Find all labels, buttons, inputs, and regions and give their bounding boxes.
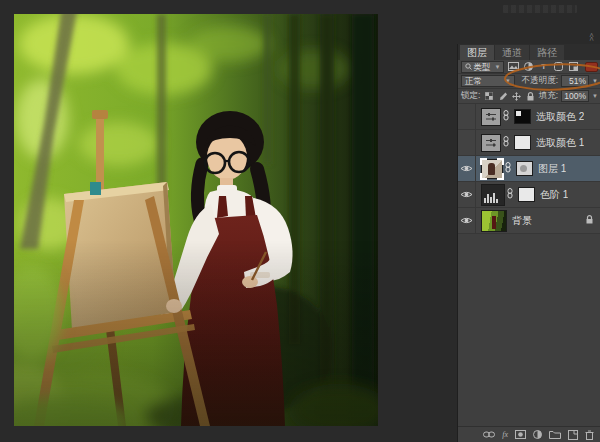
layer-name: 色阶 1: [540, 188, 568, 202]
layer-mask-thumbnail[interactable]: [514, 109, 531, 124]
visibility-toggle-eye-icon[interactable]: [458, 208, 476, 233]
layer-name: 选取颜色 1: [536, 136, 584, 150]
blend-mode-dropdown[interactable]: 正常 ▼: [461, 75, 515, 87]
document-canvas-photo[interactable]: [14, 14, 378, 426]
visibility-toggle-empty[interactable]: [458, 130, 476, 155]
layer-mask-thumbnail[interactable]: [514, 135, 531, 150]
lock-label: 锁定:: [461, 90, 480, 102]
shape-filter-icon[interactable]: [553, 61, 565, 72]
tab-paths[interactable]: 路径: [530, 45, 564, 60]
mask-link-icon[interactable]: [503, 110, 509, 123]
filter-toggle-switch[interactable]: [585, 62, 598, 72]
add-layer-mask-icon[interactable]: [515, 430, 526, 439]
opacity-label: 不透明度:: [522, 75, 558, 87]
lock-fill-row: 锁定: 填充: 100% ▼: [458, 89, 600, 104]
layers-panel: 图层 通道 路径 类型 ▼ T: [457, 44, 600, 442]
layer-list: 选取颜色 2 选取颜色 1: [458, 104, 600, 426]
filter-kind-label: 类型: [473, 62, 490, 72]
panel-collapse-chevrons-icon[interactable]: >>: [587, 34, 596, 41]
blend-mode-value: 正常: [465, 76, 482, 86]
fill-value-field[interactable]: 100%: [561, 90, 589, 102]
layer-lock-icon: [586, 215, 593, 226]
blend-opacity-row: 正常 ▼ 不透明度: 51% ▼: [458, 74, 600, 89]
adjustment-filter-icon[interactable]: [522, 61, 534, 72]
search-icon: [465, 63, 472, 70]
link-layers-icon[interactable]: [483, 431, 495, 438]
smart-object-filter-icon[interactable]: [568, 61, 580, 72]
lock-image-pixels-icon[interactable]: [497, 91, 508, 101]
thumbnail-figure: [488, 163, 495, 175]
layer-row-selective-color-2[interactable]: 选取颜色 2: [458, 104, 600, 130]
delete-layer-icon[interactable]: [585, 430, 594, 440]
layer-name: 背景: [512, 214, 532, 228]
lock-position-icon[interactable]: [511, 91, 522, 101]
new-group-icon[interactable]: [549, 430, 561, 439]
watermark-smudge: [503, 5, 577, 13]
tab-layers[interactable]: 图层: [460, 45, 494, 60]
mask-link-icon[interactable]: [503, 136, 509, 149]
layer-filter-row: 类型 ▼ T: [458, 60, 600, 74]
layer-mask-thumbnail[interactable]: [516, 161, 533, 176]
fill-label: 填充:: [539, 90, 558, 102]
chevron-down-icon: ▼: [505, 76, 511, 86]
mask-link-icon[interactable]: [505, 162, 511, 175]
layer-name: 图层 1: [538, 162, 566, 176]
fill-stepper-icon[interactable]: ▼: [592, 93, 598, 99]
mask-link-icon[interactable]: [507, 188, 513, 201]
tab-channels[interactable]: 通道: [495, 45, 529, 60]
layer-row-layer-1[interactable]: 图层 1: [458, 156, 600, 182]
panel-tab-bar: 图层 通道 路径: [458, 44, 600, 60]
photoshop-window: { "photo": { "description": "Girl with b…: [0, 0, 600, 442]
layer-row-levels-1[interactable]: 色阶 1: [458, 182, 600, 208]
type-filter-icon[interactable]: T: [538, 61, 550, 72]
opacity-value-field[interactable]: 51%: [561, 75, 589, 87]
layer-style-fx-icon[interactable]: fx: [502, 430, 508, 439]
opacity-stepper-icon[interactable]: ▼: [592, 78, 598, 84]
new-adjustment-layer-icon[interactable]: [533, 430, 542, 439]
layer-row-selective-color-1[interactable]: 选取颜色 1: [458, 130, 600, 156]
pixel-filter-icon[interactable]: [507, 61, 519, 72]
layer-name: 选取颜色 2: [536, 110, 584, 124]
visibility-toggle-empty[interactable]: [458, 104, 476, 129]
new-layer-icon[interactable]: [568, 430, 578, 440]
layer-mask-thumbnail[interactable]: [518, 187, 535, 202]
layers-panel-bottom-bar: fx: [458, 426, 600, 442]
levels-adjustment-thumbnail[interactable]: [481, 184, 505, 206]
lock-transparent-pixels-icon[interactable]: [483, 91, 494, 101]
visibility-toggle-eye-icon[interactable]: [458, 182, 476, 207]
forest-painting-photo: [14, 14, 378, 426]
adjustment-layer-thumbnail[interactable]: [481, 108, 501, 126]
layer-row-background[interactable]: 背景: [458, 208, 600, 234]
layer-thumbnail-selected[interactable]: [481, 159, 503, 179]
lock-all-icon[interactable]: [525, 91, 536, 101]
filter-kind-dropdown[interactable]: 类型 ▼: [461, 61, 504, 73]
background-layer-thumbnail[interactable]: [481, 210, 507, 232]
visibility-toggle-eye-icon[interactable]: [458, 156, 476, 181]
chevron-down-icon: ▼: [494, 62, 500, 72]
adjustment-layer-thumbnail[interactable]: [481, 134, 501, 152]
